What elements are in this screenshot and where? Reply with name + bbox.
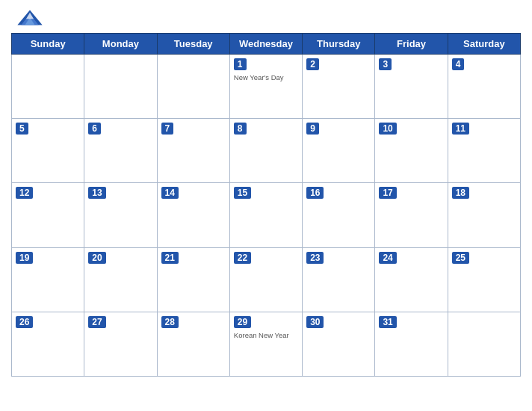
calendar-cell: 21 <box>157 247 229 312</box>
date-number: 12 <box>16 187 33 199</box>
calendar-cell: 20 <box>84 247 157 312</box>
day-header-monday: Monday <box>84 34 157 55</box>
week-row-1: 567891011 <box>12 119 521 183</box>
day-headers-row: SundayMondayTuesdayWednesdayThursdayFrid… <box>12 34 521 55</box>
calendar-cell: 10 <box>375 119 448 183</box>
calendar-cell: 8 <box>229 119 302 183</box>
calendar-cell: 22 <box>229 247 302 312</box>
date-number: 20 <box>88 252 105 264</box>
calendar-cell: 16 <box>303 183 375 247</box>
calendar-cell: 9 <box>303 119 375 183</box>
date-number: 16 <box>306 187 324 199</box>
date-number: 6 <box>88 123 101 135</box>
day-header-tuesday: Tuesday <box>157 34 229 55</box>
date-number: 23 <box>306 252 324 264</box>
date-number: 3 <box>379 58 392 70</box>
calendar-cell: 15 <box>229 183 302 247</box>
day-header-saturday: Saturday <box>448 34 520 55</box>
date-number: 24 <box>379 252 396 264</box>
date-number: 1 <box>234 58 247 70</box>
date-number: 21 <box>161 252 179 264</box>
calendar-cell: 30 <box>303 312 375 376</box>
week-row-0: 1New Year's Day234 <box>12 55 521 119</box>
calendar-cell: 23 <box>303 247 375 312</box>
date-number: 30 <box>306 316 324 328</box>
date-number: 7 <box>161 123 174 135</box>
calendar-cell: 13 <box>84 183 157 247</box>
calendar-cell: 25 <box>448 247 520 312</box>
date-number: 25 <box>452 252 469 264</box>
calendar-header <box>11 7 521 28</box>
date-number: 27 <box>88 316 105 328</box>
date-number: 2 <box>306 58 319 70</box>
date-number: 9 <box>306 123 319 135</box>
week-row-4: 26272829Korean New Year3031 <box>12 312 521 376</box>
calendar-cell: 31 <box>375 312 448 376</box>
day-header-thursday: Thursday <box>303 34 375 55</box>
week-row-2: 12131415161718 <box>12 183 521 247</box>
calendar-cell <box>448 312 520 376</box>
date-number: 31 <box>379 316 396 328</box>
calendar-cell: 12 <box>12 183 84 247</box>
day-header-sunday: Sunday <box>12 34 84 55</box>
calendar-cell: 14 <box>157 183 229 247</box>
date-number: 29 <box>234 316 251 328</box>
calendar-cell: 6 <box>84 119 157 183</box>
calendar-cell: 24 <box>375 247 448 312</box>
holiday-label: New Year's Day <box>234 73 298 81</box>
calendar-cell: 4 <box>448 55 520 119</box>
date-number: 15 <box>234 187 251 199</box>
calendar-cell: 28 <box>157 312 229 376</box>
calendar-cell <box>12 55 84 119</box>
calendar-cell <box>157 55 229 119</box>
date-number: 19 <box>16 252 33 264</box>
date-number: 10 <box>379 123 396 135</box>
date-number: 4 <box>452 58 465 70</box>
calendar-cell: 7 <box>157 119 229 183</box>
calendar-cell: 11 <box>448 119 520 183</box>
calendar-cell: 17 <box>375 183 448 247</box>
calendar-cell: 19 <box>12 247 84 312</box>
holiday-label: Korean New Year <box>234 331 298 339</box>
date-number: 26 <box>16 316 33 328</box>
date-number: 22 <box>234 252 251 264</box>
calendar-cell: 26 <box>12 312 84 376</box>
week-row-3: 19202122232425 <box>12 247 521 312</box>
calendar-cell: 29Korean New Year <box>229 312 302 376</box>
calendar-cell: 18 <box>448 183 520 247</box>
date-number: 18 <box>452 187 469 199</box>
date-number: 28 <box>161 316 179 328</box>
calendar-cell: 1New Year's Day <box>229 55 302 119</box>
date-number: 11 <box>452 123 469 135</box>
day-header-wednesday: Wednesday <box>229 34 302 55</box>
calendar-cell <box>84 55 157 119</box>
calendar-body: 1New Year's Day2345678910111213141516171… <box>12 55 521 377</box>
logo <box>11 7 49 28</box>
day-header-friday: Friday <box>375 34 448 55</box>
date-number: 8 <box>234 123 247 135</box>
calendar-cell: 2 <box>303 55 375 119</box>
calendar-cell: 5 <box>12 119 84 183</box>
calendar-table: SundayMondayTuesdayWednesdayThursdayFrid… <box>11 33 521 377</box>
date-number: 17 <box>379 187 396 199</box>
calendar-cell: 27 <box>84 312 157 376</box>
calendar-cell: 3 <box>375 55 448 119</box>
date-number: 5 <box>16 123 28 135</box>
date-number: 14 <box>161 187 179 199</box>
date-number: 13 <box>88 187 105 199</box>
logo-svg <box>11 7 49 31</box>
